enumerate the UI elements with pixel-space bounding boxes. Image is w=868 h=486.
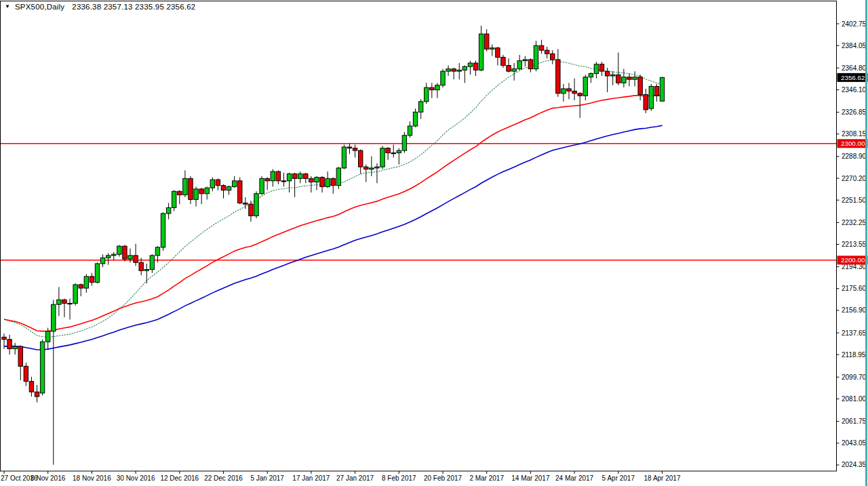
candlestick-chart[interactable]: 2402.752384.052364.802346.102326.852308.… (0, 0, 868, 486)
candle-body (2, 337, 6, 339)
candle-body (380, 148, 384, 167)
candle-body (161, 214, 165, 247)
candle-body (40, 342, 44, 393)
price-axis-label: 2270.20 (842, 175, 867, 182)
candle-body (441, 71, 445, 85)
price-axis-label: 2308.15 (842, 130, 867, 138)
candle-body (210, 180, 214, 188)
candle-body (90, 277, 94, 283)
time-axis-label: 5 Apr 2017 (602, 474, 635, 482)
time-axis-label: 17 Jan 2017 (292, 474, 330, 482)
candle-body (254, 194, 258, 216)
candle-body (418, 102, 422, 112)
symbol-dropdown-icon[interactable]: ▼ (5, 4, 10, 9)
price-axis-label: 2061.75 (842, 418, 867, 425)
candle-body (221, 186, 225, 190)
price-axis-label: 2175.60 (842, 285, 867, 292)
price-axis-label: 2213.55 (842, 241, 867, 248)
candle-body (194, 189, 198, 199)
candle-body (13, 346, 17, 348)
candle-body (134, 256, 138, 262)
candle-body (62, 300, 66, 303)
time-axis-label: 8 Nov 2016 (31, 474, 66, 482)
candle-body (551, 54, 555, 60)
candle-body (347, 147, 351, 148)
time-axis-label: 18 Nov 2016 (73, 474, 111, 482)
candle-body (281, 181, 285, 182)
time-axis[interactable]: 27 Oct 20168 Nov 201618 Nov 201630 Nov 2… (1, 471, 681, 482)
candle-body (95, 264, 99, 283)
candle-body (155, 247, 159, 256)
candle-body (627, 77, 631, 79)
candle-body (84, 277, 88, 288)
candle-body (452, 69, 456, 71)
candle-body (446, 69, 450, 71)
candle-body (199, 189, 203, 194)
candle-body (589, 74, 593, 77)
price-axis[interactable]: 2402.752384.052364.802346.102326.852308.… (836, 20, 868, 469)
candle-body (232, 181, 236, 187)
price-axis-label: 2043.05 (842, 439, 867, 447)
candle-body (375, 167, 379, 168)
candle-body (68, 303, 72, 304)
candle-body (315, 178, 319, 182)
candle-body (128, 256, 132, 259)
price-axis-label: 2156.90 (842, 306, 867, 314)
candle-body (7, 340, 12, 349)
candle-body (112, 254, 116, 256)
candle-body (599, 64, 604, 71)
plot-area-frame (1, 1, 837, 472)
candle-body (425, 87, 429, 102)
candle-body (594, 64, 598, 74)
candle-body (485, 34, 489, 49)
candle-body (35, 392, 39, 397)
candle-body (386, 148, 390, 153)
window-border-strip (865, 0, 867, 486)
candle-body (249, 204, 253, 216)
candle-body (298, 174, 302, 178)
time-axis-label: 8 Feb 2017 (382, 474, 416, 482)
candle-body (178, 191, 182, 195)
candle-body (473, 63, 477, 70)
candle-body (457, 70, 461, 71)
time-axis-label: 14 Mar 2017 (511, 474, 550, 482)
candle-body (523, 60, 527, 61)
candle-body (402, 136, 406, 150)
price-axis-label: 2326.85 (842, 108, 867, 116)
candle-body (583, 77, 587, 96)
ohlc-values: 2336.38 2357.13 2335.95 2356.62 (72, 3, 195, 11)
candle-body (117, 246, 121, 254)
candle-body (172, 191, 176, 207)
candle-body (644, 95, 648, 110)
candle-body (292, 174, 296, 178)
candle-body (561, 89, 566, 94)
candle-body (309, 178, 313, 182)
candle-body (183, 178, 187, 195)
candle-body (46, 331, 50, 342)
candle-body (271, 171, 275, 181)
candle-body (166, 207, 170, 214)
candle-body (24, 366, 28, 381)
candle-body (216, 180, 220, 186)
candle-body (462, 66, 467, 70)
candle-body (397, 150, 401, 153)
chart-title-bar: ▼ SPX500,Daily 2336.38 2357.13 2335.95 2… (5, 3, 195, 11)
candle-body (545, 50, 549, 54)
candle-body (144, 270, 149, 271)
price-axis-label: 2137.65 (842, 329, 867, 337)
candle-body (660, 77, 664, 101)
candle-body (205, 188, 209, 194)
candle-body (391, 153, 395, 154)
price-axis-label: 2118.95 (842, 351, 866, 359)
candle-body (106, 256, 110, 258)
candle-body (139, 262, 143, 270)
candle-body (611, 75, 615, 76)
candle-body (517, 61, 521, 69)
candle-body (265, 178, 269, 180)
hline-price-tag-label: 2300.00 (841, 140, 865, 147)
candle-body (534, 45, 538, 68)
candle-body (622, 77, 626, 83)
candle-body (189, 178, 193, 199)
candle-body (654, 86, 658, 96)
candle-body (57, 300, 61, 304)
